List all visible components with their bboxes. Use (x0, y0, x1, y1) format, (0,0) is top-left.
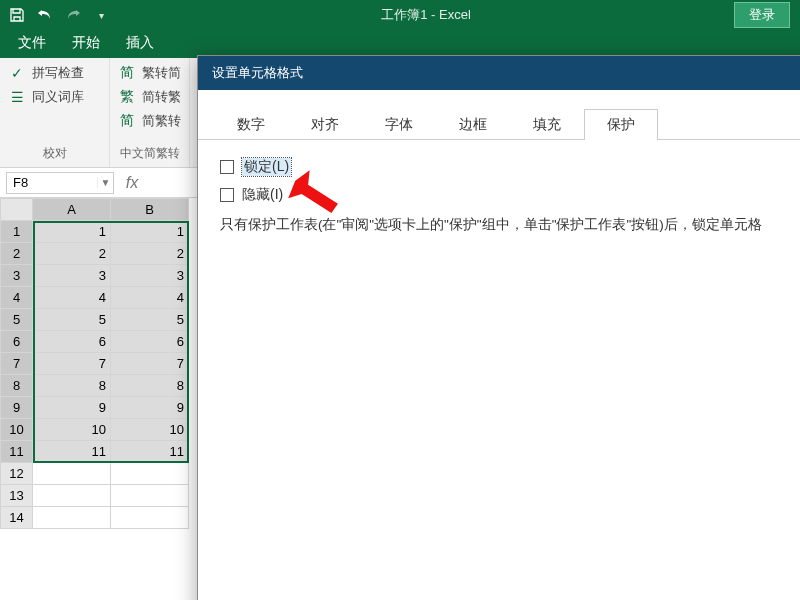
title-bar: ▾ 工作簿1 - Excel 登录 (0, 0, 800, 30)
cell[interactable]: 3 (33, 265, 111, 287)
cell[interactable]: 1 (33, 221, 111, 243)
locked-row: 锁定(L) (220, 158, 794, 176)
dialog-tab-4[interactable]: 填充 (510, 109, 584, 140)
dialog-body: 锁定(L) 隐藏(I) 只有保护工作表(在"审阅"选项卡上的"保护"组中，单击"… (198, 140, 800, 254)
simp-trad-convert-button[interactable]: 简 简繁转 (118, 112, 181, 130)
cell[interactable]: 8 (111, 375, 189, 397)
cell[interactable] (33, 507, 111, 529)
quick-access-toolbar: ▾ (0, 6, 118, 24)
locked-label[interactable]: 锁定(L) (242, 158, 291, 176)
group-label-proofing: 校对 (8, 145, 101, 165)
trad-to-simp-label: 繁转简 (142, 64, 181, 82)
cell[interactable]: 11 (33, 441, 111, 463)
row-header[interactable]: 5 (1, 309, 33, 331)
hidden-label[interactable]: 隐藏(I) (242, 186, 283, 204)
row-header[interactable]: 10 (1, 419, 33, 441)
simp-to-trad-label: 简转繁 (142, 88, 181, 106)
hidden-checkbox[interactable] (220, 188, 234, 202)
dialog-tab-strip: 数字对齐字体边框填充保护 (198, 90, 800, 140)
row-header[interactable]: 7 (1, 353, 33, 375)
thesaurus-button[interactable]: ☰ 同义词库 (8, 88, 101, 106)
locked-checkbox[interactable] (220, 160, 234, 174)
row-header[interactable]: 13 (1, 485, 33, 507)
group-label-convert: 中文简繁转 (118, 145, 181, 165)
simp-to-trad-icon: 繁 (118, 88, 136, 106)
row-header[interactable]: 14 (1, 507, 33, 529)
dialog-tab-1[interactable]: 对齐 (288, 109, 362, 140)
tab-file[interactable]: 文件 (6, 30, 58, 58)
row-header[interactable]: 9 (1, 397, 33, 419)
thesaurus-icon: ☰ (8, 89, 26, 105)
simp-trad-convert-label: 简繁转 (142, 112, 181, 130)
name-box-dropdown-icon[interactable]: ▼ (97, 177, 113, 188)
cell[interactable] (33, 485, 111, 507)
col-header-a[interactable]: A (33, 199, 111, 221)
name-box-input[interactable] (7, 175, 97, 190)
cell[interactable]: 10 (33, 419, 111, 441)
hidden-row: 隐藏(I) (220, 186, 794, 204)
undo-icon[interactable] (36, 6, 54, 24)
dialog-tab-5[interactable]: 保护 (584, 109, 658, 140)
spell-check-button[interactable]: ✓ 拼写检查 (8, 64, 101, 82)
dialog-tab-3[interactable]: 边框 (436, 109, 510, 140)
row-header[interactable]: 2 (1, 243, 33, 265)
spreadsheet-grid[interactable]: A B 111222333444555666777888999101010111… (0, 198, 189, 529)
cell[interactable]: 3 (111, 265, 189, 287)
row-header[interactable]: 11 (1, 441, 33, 463)
window-title: 工作簿1 - Excel (118, 6, 734, 24)
cell[interactable]: 2 (111, 243, 189, 265)
row-header[interactable]: 3 (1, 265, 33, 287)
tab-insert[interactable]: 插入 (114, 30, 166, 58)
format-cells-dialog: 设置单元格格式 数字对齐字体边框填充保护 锁定(L) 隐藏(I) 只有保护工作表… (197, 55, 800, 600)
cell[interactable]: 6 (111, 331, 189, 353)
cell[interactable]: 1 (111, 221, 189, 243)
cell[interactable]: 4 (33, 287, 111, 309)
dialog-note: 只有保护工作表(在"审阅"选项卡上的"保护"组中，单击"保护工作表"按钮)后，锁… (220, 214, 794, 236)
row-header[interactable]: 1 (1, 221, 33, 243)
save-icon[interactable] (8, 6, 26, 24)
redo-icon[interactable] (64, 6, 82, 24)
cell[interactable]: 5 (33, 309, 111, 331)
qat-customize-icon[interactable]: ▾ (92, 6, 110, 24)
cell[interactable]: 9 (111, 397, 189, 419)
simp-to-trad-button[interactable]: 繁 简转繁 (118, 88, 181, 106)
cell[interactable]: 5 (111, 309, 189, 331)
cell[interactable]: 11 (111, 441, 189, 463)
col-header-b[interactable]: B (111, 199, 189, 221)
dialog-tab-0[interactable]: 数字 (214, 109, 288, 140)
ribbon-group-convert: 简 繁转简 繁 简转繁 简 简繁转 中文简繁转 (110, 58, 190, 167)
dialog-title: 设置单元格格式 (198, 56, 800, 90)
select-all-corner[interactable] (1, 199, 33, 221)
row-header[interactable]: 8 (1, 375, 33, 397)
cell[interactable]: 9 (33, 397, 111, 419)
cell[interactable]: 2 (33, 243, 111, 265)
cell[interactable] (111, 485, 189, 507)
dialog-tab-2[interactable]: 字体 (362, 109, 436, 140)
spell-check-label: 拼写检查 (32, 64, 84, 82)
cell[interactable]: 10 (111, 419, 189, 441)
name-box-wrap: ▼ (6, 172, 114, 194)
cell[interactable]: 7 (33, 353, 111, 375)
cell[interactable]: 7 (111, 353, 189, 375)
ribbon-tab-strip: 文件 开始 插入 (0, 30, 800, 58)
simp-trad-convert-icon: 简 (118, 112, 136, 130)
trad-to-simp-icon: 简 (118, 64, 136, 82)
ribbon-group-proofing: ✓ 拼写检查 ☰ 同义词库 校对 (0, 58, 110, 167)
insert-function-icon[interactable]: fx (120, 174, 144, 192)
cell[interactable]: 8 (33, 375, 111, 397)
cell[interactable]: 6 (33, 331, 111, 353)
trad-to-simp-button[interactable]: 简 繁转简 (118, 64, 181, 82)
cell[interactable]: 4 (111, 287, 189, 309)
row-header[interactable]: 4 (1, 287, 33, 309)
thesaurus-label: 同义词库 (32, 88, 84, 106)
cell[interactable] (111, 507, 189, 529)
spell-check-icon: ✓ (8, 65, 26, 81)
row-header[interactable]: 6 (1, 331, 33, 353)
cell[interactable] (33, 463, 111, 485)
row-header[interactable]: 12 (1, 463, 33, 485)
login-button[interactable]: 登录 (734, 2, 790, 28)
tab-home[interactable]: 开始 (60, 30, 112, 58)
cell[interactable] (111, 463, 189, 485)
